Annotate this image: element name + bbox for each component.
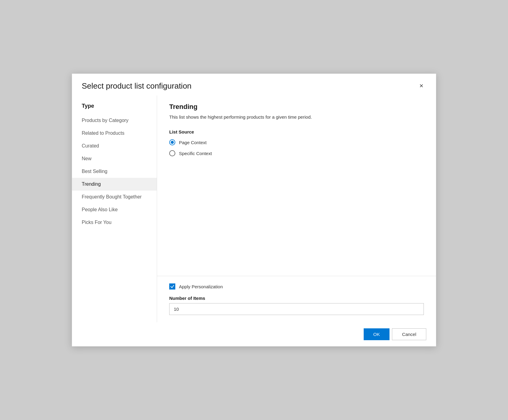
sidebar-item-best-selling[interactable]: Best Selling — [72, 165, 157, 178]
divider — [157, 276, 436, 276]
number-of-items-label: Number of Items — [169, 296, 424, 301]
sidebar-item-curated[interactable]: Curated — [72, 140, 157, 152]
content-title: Trending — [169, 103, 424, 111]
radio-circle-specific-context — [169, 150, 175, 156]
radio-specific-context[interactable]: Specific Context — [169, 150, 424, 156]
close-icon: × — [420, 82, 424, 90]
sidebar-item-frequently-bought-together[interactable]: Frequently Bought Together — [72, 191, 157, 203]
dialog-title: Select product list configuration — [82, 81, 191, 91]
footer-section: Apply Personalization Number of Items — [169, 283, 424, 315]
radio-group: Page Context Specific Context — [169, 139, 424, 156]
cancel-button[interactable]: Cancel — [392, 328, 426, 340]
apply-personalization-label: Apply Personalization — [179, 284, 223, 289]
dialog-footer: OK Cancel — [72, 322, 436, 346]
sidebar-item-picks-for-you[interactable]: Picks For You — [72, 216, 157, 229]
dialog-header: Select product list configuration × — [72, 74, 436, 96]
sidebar-item-new[interactable]: New — [72, 152, 157, 165]
sidebar-section-label: Type — [72, 100, 157, 114]
radio-page-context[interactable]: Page Context — [169, 139, 424, 145]
checkmark-icon — [170, 284, 174, 289]
radio-label-page-context: Page Context — [179, 140, 207, 145]
apply-personalization-row: Apply Personalization — [169, 283, 424, 290]
radio-circle-page-context — [169, 139, 175, 145]
main-content: Trending This list shows the highest per… — [157, 96, 436, 322]
ok-button[interactable]: OK — [364, 328, 390, 340]
radio-label-specific-context: Specific Context — [179, 151, 212, 156]
list-source-label: List Source — [169, 129, 424, 134]
sidebar-item-trending[interactable]: Trending — [72, 178, 157, 191]
sidebar-item-people-also-like[interactable]: People Also Like — [72, 203, 157, 216]
close-button[interactable]: × — [417, 81, 426, 91]
dialog: Select product list configuration × Type… — [72, 73, 436, 347]
sidebar: Type Products by Category Related to Pro… — [72, 96, 157, 322]
content-description: This list shows the highest performing p… — [169, 114, 424, 120]
sidebar-item-products-by-category[interactable]: Products by Category — [72, 114, 157, 127]
dialog-body: Type Products by Category Related to Pro… — [72, 96, 436, 322]
apply-personalization-checkbox[interactable] — [169, 283, 175, 290]
sidebar-item-related-to-products[interactable]: Related to Products — [72, 127, 157, 140]
number-of-items-input[interactable] — [169, 303, 424, 315]
